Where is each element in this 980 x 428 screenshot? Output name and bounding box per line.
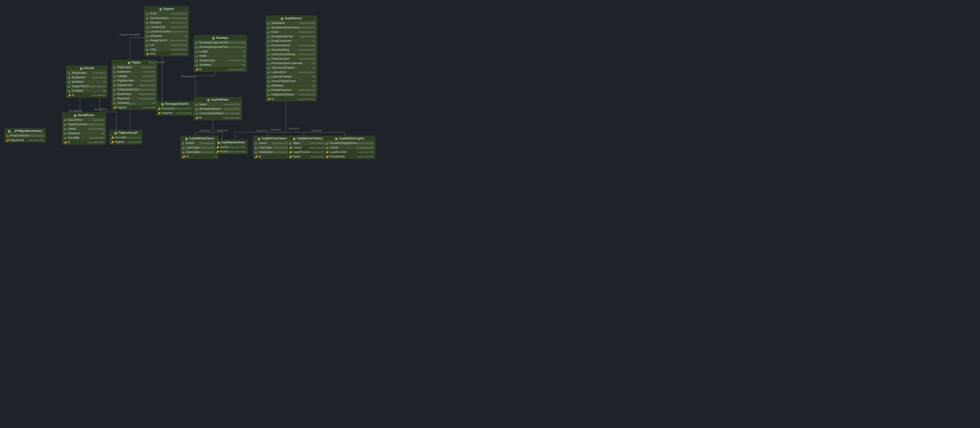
column-row[interactable]: IsDeletedbit bbox=[145, 34, 188, 38]
table-aspnetuserlogins[interactable]: AspNetUserLoginsProviderDisplayNamenvarc… bbox=[324, 136, 375, 159]
column-row[interactable]: UserIduniqueidentifier bbox=[253, 141, 291, 146]
column-row[interactable]: AircraftIdnvarchar(60) bbox=[62, 136, 106, 140]
column-row[interactable]: ConcurrencyStampnvarchar(max) bbox=[194, 111, 242, 116]
column-row[interactable]: Iduniqueidentifier bbox=[62, 140, 106, 144]
column-row[interactable]: LoginProvidernvarchar(128) bbox=[325, 150, 375, 154]
column-row[interactable]: Idint bbox=[181, 154, 218, 159]
column-row[interactable]: IATAnvarchar(450) bbox=[145, 52, 188, 56]
column-row[interactable]: PhoneNumberConfirmedbit bbox=[266, 61, 317, 66]
column-row[interactable]: RoleIduniqueidentifier bbox=[181, 141, 218, 146]
column-row[interactable]: DepartureIdnvarchar(450) bbox=[112, 83, 157, 87]
column-row[interactable]: RunwayIduniqueidentifier bbox=[156, 106, 193, 111]
column-row[interactable]: AircraftIdnvarchar(60) bbox=[110, 135, 142, 140]
column-row[interactable]: TypeOccurencenvarchar(max) bbox=[62, 122, 106, 127]
column-row[interactable]: UserIduniqueidentifier bbox=[215, 145, 247, 149]
table-runwaysairports[interactable]: RunwaysAirportsRunwayIduniqueidentifierA… bbox=[156, 101, 193, 116]
column-row[interactable]: NormalizedUserNamenvarchar(256) bbox=[266, 25, 317, 30]
table-aircraft[interactable]: AircraftRegistrationnvarchar(7)Equipment… bbox=[66, 66, 107, 98]
column-row[interactable]: LocationCountrynvarchar(max) bbox=[145, 29, 188, 34]
column-row[interactable]: RoleIduniqueidentifier bbox=[215, 149, 247, 154]
column-row[interactable]: ProviderKeynvarchar(128) bbox=[325, 154, 375, 159]
column-row[interactable]: ClaimTypenvarchar(max) bbox=[253, 146, 291, 150]
column-row[interactable]: PhoneNumbernvarchar(max) bbox=[266, 57, 317, 61]
column-row[interactable]: IsDeletedbit bbox=[194, 63, 247, 67]
column-row[interactable]: Emailnvarchar(256) bbox=[266, 30, 317, 34]
column-row[interactable]: ImagePathUrlnvarchar(max) bbox=[145, 38, 188, 43]
column-row[interactable]: Lengthint bbox=[194, 49, 247, 54]
column-row[interactable]: Namenvarchar(128) bbox=[288, 154, 328, 159]
column-row[interactable]: MigrationIdnvarchar(150) bbox=[5, 138, 45, 142]
table-header[interactable]: Runways bbox=[194, 35, 247, 40]
column-row[interactable]: UserIduniqueidentifier bbox=[325, 146, 375, 150]
column-row[interactable]: Idnvarchar(60) bbox=[67, 93, 107, 97]
table-header[interactable]: AspNetUserRoles bbox=[215, 140, 247, 145]
column-row[interactable]: ICAOnvarchar(max) bbox=[145, 11, 188, 16]
column-row[interactable]: LoginProvidernvarchar(128) bbox=[288, 150, 328, 154]
column-row[interactable]: Longnvarchar(max) bbox=[145, 47, 188, 52]
table-runways[interactable]: RunwaysRunwayDesignatorOnenvarchar(max)R… bbox=[194, 35, 247, 72]
column-row[interactable]: AirportIdnvarchar(450) bbox=[156, 111, 193, 115]
column-row[interactable]: ClaimValuenvarchar(max) bbox=[181, 150, 218, 154]
column-row[interactable]: Latnvarchar(max) bbox=[145, 43, 188, 47]
table-header[interactable]: __EFMigrationsHistory bbox=[5, 128, 45, 133]
column-row[interactable]: Registrationnvarchar(7) bbox=[112, 65, 157, 70]
table-header[interactable]: AspNetUsers bbox=[266, 16, 317, 21]
column-row[interactable]: ClaimValuenvarchar(max) bbox=[253, 150, 291, 154]
column-row[interactable]: Occurrencedatetime2 bbox=[62, 118, 106, 122]
table-aspnetroleclaims[interactable]: AspNetRoleClaimsRoleIduniqueidentifierCl… bbox=[181, 136, 218, 159]
table-aspnetroles[interactable]: AspNetRolesNamenvarchar(256)NormalizedNa… bbox=[194, 97, 242, 120]
column-row[interactable]: ScheduledArrivalnvarchar(max) bbox=[112, 87, 157, 92]
column-row[interactable]: FlightIdnvarchar(9) bbox=[110, 140, 142, 144]
column-row[interactable]: CommonNamenvarchar(max) bbox=[145, 16, 188, 21]
table-aspnetuserclaims[interactable]: AspNetUserClaimsUserIduniqueidentifierCl… bbox=[253, 136, 291, 159]
column-row[interactable]: Namenvarchar(256) bbox=[194, 102, 242, 107]
column-row[interactable]: Detailsnvarchar(max) bbox=[62, 127, 106, 131]
column-row[interactable]: NormalizedEmailnvarchar(256) bbox=[266, 34, 317, 39]
column-row[interactable]: ProductVersionnvarchar(32) bbox=[5, 133, 45, 138]
column-row[interactable]: Registrationnvarchar(7) bbox=[67, 71, 107, 75]
column-row[interactable]: RunwayDesignatorOnenvarchar(max) bbox=[194, 40, 247, 45]
column-row[interactable]: IsDeletedbit bbox=[62, 131, 106, 136]
column-row[interactable]: LocationCitynvarchar(max) bbox=[145, 25, 188, 29]
table-aspnetuserroles[interactable]: AspNetUserRolesUserIduniqueidentifierRol… bbox=[215, 140, 247, 154]
column-row[interactable]: Idint bbox=[253, 154, 291, 159]
column-row[interactable]: Iduniqueidentifier bbox=[194, 67, 247, 71]
table-header[interactable]: FlightsAircraft bbox=[110, 130, 142, 135]
column-row[interactable]: TwoFactorEnabledbit bbox=[266, 66, 317, 70]
column-row[interactable]: Reservednvarchar(max) bbox=[112, 97, 157, 101]
column-row[interactable]: Equipmentnvarchar(6) bbox=[112, 70, 157, 74]
table-aspnetusers[interactable]: AspNetUsersUserNamenvarchar(256)Normaliz… bbox=[266, 16, 317, 101]
table-header[interactable]: Aircraft bbox=[67, 66, 107, 71]
table-header[interactable]: AspNetUserClaims bbox=[253, 136, 291, 141]
table-__efmigrationshistory[interactable]: __EFMigrationsHistoryProductVersionnvarc… bbox=[5, 128, 46, 143]
column-row[interactable]: Iduniqueidentifier bbox=[194, 116, 242, 120]
column-row[interactable]: SecurityStampnvarchar(max) bbox=[266, 48, 317, 52]
column-row[interactable]: OriginalUsernamenvarchar(max) bbox=[266, 92, 317, 97]
column-row[interactable]: FlightNumbernvarchar(12) bbox=[112, 79, 157, 83]
column-row[interactable]: ConcurrencyStampnvarchar(max) bbox=[266, 52, 317, 57]
column-row[interactable]: LockoutEnddatetimeoffset bbox=[266, 70, 317, 75]
column-row[interactable]: LockoutEnabledbit bbox=[266, 75, 317, 79]
column-row[interactable]: Callsignnvarchar(8) bbox=[112, 74, 157, 79]
column-row[interactable]: SurfaceTypenvarchar(max) bbox=[194, 58, 247, 63]
column-row[interactable]: ProviderDisplayNamenvarchar(max) bbox=[325, 141, 375, 146]
column-row[interactable]: ProfilePictureUrlnvarchar(max) bbox=[266, 88, 317, 92]
column-row[interactable]: Widthint bbox=[194, 54, 247, 58]
column-row[interactable]: IsDeletedbit bbox=[266, 84, 317, 88]
column-row[interactable]: IsTotaledbit bbox=[67, 89, 107, 93]
column-row[interactable]: AccessFailedCountint bbox=[266, 79, 317, 84]
column-row[interactable]: UserNamenvarchar(256) bbox=[266, 21, 317, 25]
column-row[interactable]: EmailConfirmedbit bbox=[266, 39, 317, 43]
column-row[interactable]: Equipmentnvarchar(6) bbox=[67, 75, 107, 80]
column-row[interactable]: ClaimTypenvarchar(max) bbox=[181, 146, 218, 150]
column-row[interactable]: Elevationnvarchar(max) bbox=[145, 21, 188, 25]
column-row[interactable]: RunwayDesignatorTwonvarchar(max) bbox=[194, 45, 247, 49]
column-row[interactable]: FlightIdnvarchar(9) bbox=[112, 105, 157, 109]
column-row[interactable]: Iduniqueidentifier bbox=[266, 97, 317, 101]
table-header[interactable]: RunwaysAirports bbox=[156, 101, 193, 106]
table-flightsaircraft[interactable]: FlightsAircraftAircraftIdnvarchar(60)Fli… bbox=[110, 130, 142, 144]
table-airports[interactable]: AirportsICAOnvarchar(max)CommonNamenvarc… bbox=[145, 6, 189, 56]
table-header[interactable]: AspNetUserTokens bbox=[288, 136, 328, 141]
table-header[interactable]: HeraldPosts bbox=[62, 113, 106, 118]
column-row[interactable]: Valuenvarchar(max) bbox=[288, 141, 328, 146]
